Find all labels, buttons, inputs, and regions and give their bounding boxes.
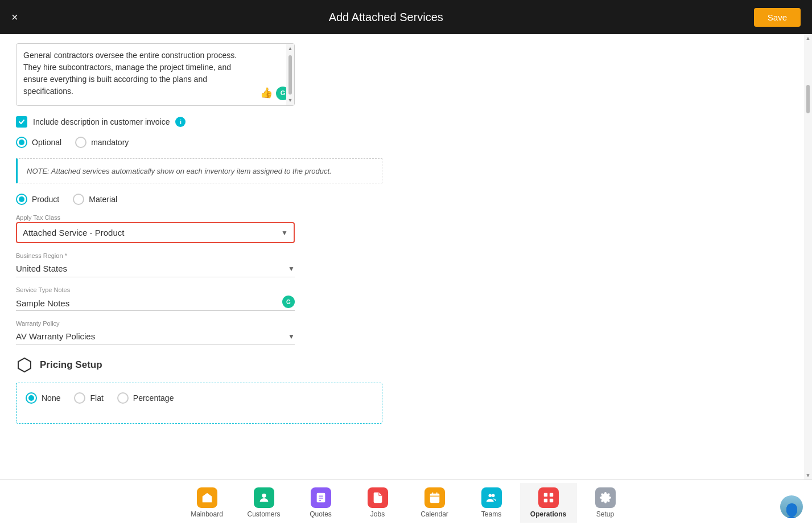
pricing-setup-title: Pricing Setup	[40, 359, 102, 371]
radio-product[interactable]: Product	[16, 194, 59, 205]
radio-percentage-outer	[117, 392, 129, 404]
nav-mainboard[interactable]: Mainboard	[179, 483, 236, 523]
operations-label: Operations	[530, 510, 566, 518]
nav-customers[interactable]: Customers	[236, 483, 292, 523]
nav-jobs[interactable]: Jobs	[349, 483, 406, 523]
grammarly-notes-icon[interactable]: G	[282, 296, 295, 308]
close-button[interactable]: ×	[11, 11, 18, 23]
warranty-policy-select[interactable]: AV Warranty Policies ▼	[16, 328, 295, 345]
quotes-icon	[311, 487, 331, 508]
radio-material[interactable]: Material	[73, 194, 117, 205]
apply-tax-class-arrow: ▼	[281, 229, 288, 237]
app-header: × Add Attached Services Save	[0, 0, 812, 34]
pricing-setup-header: Pricing Setup	[16, 356, 382, 374]
nav-operations[interactable]: Operations	[520, 483, 577, 523]
service-type-notes-value: Sample Notes	[16, 298, 69, 308]
apply-tax-class-select[interactable]: Attached Service - Product ▼	[16, 222, 295, 243]
note-box: NOTE: Attached services automatically sh…	[16, 158, 382, 183]
avatar-image: 👤	[780, 495, 803, 518]
business-region-select[interactable]: United States ▼	[16, 260, 295, 277]
radio-none[interactable]: None	[26, 392, 60, 404]
calendar-icon	[424, 487, 445, 508]
svg-rect-12	[543, 493, 547, 496]
scroll-thumb	[288, 55, 292, 95]
page-title: Add Attached Services	[329, 11, 443, 24]
radio-mandatory[interactable]: mandatory	[75, 137, 129, 148]
radio-material-label: Material	[89, 195, 117, 204]
scroll-up-arrow[interactable]: ▲	[288, 44, 293, 54]
service-type-notes-row: Sample Notes G	[16, 296, 295, 311]
warranty-policy-label: Warranty Policy	[16, 320, 295, 327]
radio-none-outer	[26, 392, 37, 404]
radio-flat[interactable]: Flat	[74, 392, 103, 404]
apply-tax-class-value: Attached Service - Product	[23, 228, 124, 237]
include-description-checkbox[interactable]	[16, 116, 27, 128]
main-scroll-up[interactable]: ▲	[806, 34, 811, 42]
business-region-field: Business Region * United States ▼	[16, 252, 295, 277]
radio-mandatory-label: mandatory	[91, 138, 129, 147]
calendar-label: Calendar	[421, 510, 448, 518]
nav-setup[interactable]: Setup	[577, 483, 634, 523]
include-description-row: Include description in customer invoice …	[16, 116, 382, 128]
radio-none-inner	[28, 395, 34, 401]
user-avatar[interactable]: 👤	[780, 495, 803, 518]
nav-calendar[interactable]: Calendar	[406, 483, 463, 523]
service-type-notes-field: Service Type Notes Sample Notes G	[16, 286, 295, 311]
svg-rect-2	[316, 493, 325, 502]
service-type-notes-label: Service Type Notes	[16, 286, 295, 293]
svg-rect-15	[549, 498, 553, 502]
setup-icon	[595, 487, 616, 508]
operations-icon	[538, 487, 559, 508]
radio-percentage[interactable]: Percentage	[117, 392, 174, 404]
save-button[interactable]: Save	[754, 8, 801, 27]
svg-point-1	[262, 493, 266, 497]
customers-icon	[254, 487, 274, 508]
radio-optional[interactable]: Optional	[16, 137, 61, 148]
teams-icon	[481, 487, 502, 508]
setup-label: Setup	[596, 510, 614, 518]
radio-product-inner	[19, 196, 24, 202]
radio-material-outer	[73, 194, 84, 205]
radio-mandatory-outer	[75, 137, 86, 148]
radio-none-label: None	[42, 393, 60, 403]
pricing-radio-group: None Flat Percentage	[26, 392, 373, 404]
svg-rect-6	[430, 493, 439, 503]
jobs-icon	[368, 487, 388, 508]
thumbs-up-icon: 👍	[260, 85, 273, 101]
customers-label: Customers	[247, 510, 280, 518]
svg-rect-13	[549, 493, 553, 496]
include-description-label: Include description in customer invoice	[33, 117, 170, 126]
radio-optional-inner	[19, 140, 24, 145]
description-text: General contractors oversee the entire c…	[23, 50, 287, 97]
radio-flat-label: Flat	[90, 393, 103, 403]
warranty-policy-field: Warranty Policy AV Warranty Policies ▼	[16, 320, 295, 345]
info-icon[interactable]: i	[175, 117, 186, 127]
bottom-navigation: Mainboard Customers Quotes	[0, 479, 812, 525]
product-material-group: Product Material	[16, 194, 382, 205]
description-textarea[interactable]: General contractors oversee the entire c…	[16, 43, 295, 106]
main-content: General contractors oversee the entire c…	[0, 34, 812, 479]
main-scroll-thumb	[806, 85, 810, 113]
apply-tax-class-field: Apply Tax Class Attached Service - Produ…	[16, 214, 295, 243]
note-text: NOTE: Attached services automatically sh…	[27, 167, 332, 175]
teams-label: Teams	[481, 510, 501, 518]
apply-tax-class-label: Apply Tax Class	[16, 214, 295, 221]
svg-point-11	[492, 494, 495, 497]
warranty-policy-value: AV Warranty Policies	[16, 331, 95, 341]
nav-quotes[interactable]: Quotes	[292, 483, 349, 523]
svg-point-10	[488, 494, 492, 497]
optional-mandatory-group: Optional mandatory	[16, 137, 382, 148]
radio-product-label: Product	[32, 195, 59, 204]
svg-marker-0	[18, 358, 31, 372]
main-scroll-down[interactable]: ▼	[806, 471, 811, 479]
textarea-scrollbar[interactable]: ▲ ▼	[286, 44, 294, 105]
main-scrollbar[interactable]: ▲ ▼	[804, 34, 812, 479]
main-scroll-track	[806, 42, 810, 471]
warranty-policy-arrow: ▼	[288, 333, 295, 341]
business-region-value: United States	[16, 264, 67, 273]
radio-percentage-label: Percentage	[133, 393, 174, 403]
svg-rect-14	[543, 498, 547, 502]
description-icons: 👍 G	[260, 85, 290, 101]
nav-teams[interactable]: Teams	[463, 483, 520, 523]
scroll-down-arrow[interactable]: ▼	[288, 96, 293, 106]
